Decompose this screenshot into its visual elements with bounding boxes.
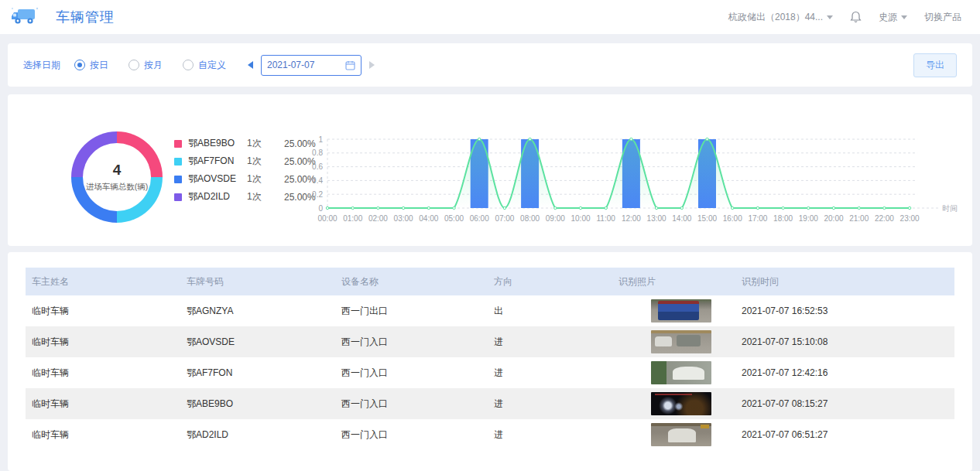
svg-text:0: 0 <box>318 204 323 213</box>
time-cell: 2021-07-07 15:10:08 <box>735 326 954 357</box>
svg-text:14:00: 14:00 <box>672 214 691 223</box>
direction-cell: 进 <box>488 326 612 357</box>
notification-bell[interactable] <box>850 11 862 23</box>
legend-count: 1次 <box>247 137 284 150</box>
svg-text:13:00: 13:00 <box>647 214 666 223</box>
svg-text:时间: 时间 <box>942 204 958 213</box>
plate-cell: 鄂ABE9BO <box>180 388 335 419</box>
radio-label: 自定义 <box>198 59 226 72</box>
svg-text:01:00: 01:00 <box>343 214 362 223</box>
svg-text:1: 1 <box>318 135 323 144</box>
column-header: 车牌号码 <box>180 268 335 295</box>
switch-product-link[interactable]: 切换产品 <box>924 11 961 24</box>
time-cell: 2021-07-07 08:15:27 <box>735 388 954 419</box>
calendar-icon <box>345 60 355 70</box>
svg-text:10:00: 10:00 <box>571 214 590 223</box>
legend-plate: 鄂ABE9BO <box>188 137 247 150</box>
radio-icon <box>74 60 85 70</box>
device-cell: 西一门入口 <box>335 357 488 388</box>
plate-cell: 鄂AGNZYA <box>180 295 335 326</box>
radio-label: 按日 <box>90 59 108 72</box>
column-header: 车主姓名 <box>26 268 180 295</box>
project-selector[interactable]: 杭政储出（2018）44... <box>728 11 833 24</box>
device-cell: 西一门出口 <box>335 295 488 326</box>
donut-chart: 4 进场车辆总数(辆) <box>71 131 163 223</box>
app-header: 车辆管理 杭政储出（2018）44... 史源 切换产品 <box>0 0 980 34</box>
device-cell: 西一门入口 <box>335 388 488 419</box>
table-row: 临时车辆鄂AOVSDE西一门入口进2021-07-07 15:10:08 <box>26 326 954 357</box>
user-menu[interactable]: 史源 <box>879 11 907 24</box>
vehicle-photo[interactable] <box>651 299 711 323</box>
chevron-down-icon <box>827 15 833 19</box>
time-cell: 2021-07-07 06:51:27 <box>735 419 954 450</box>
date-filter-label: 选择日期 <box>23 59 60 72</box>
owner-cell: 临时车辆 <box>26 357 180 388</box>
svg-text:15:00: 15:00 <box>697 214 717 223</box>
legend-count: 1次 <box>247 190 284 203</box>
project-selector-label: 杭政储出（2018）44... <box>728 11 823 24</box>
table-row: 临时车辆鄂AD2ILD西一门入口进2021-07-07 06:51:27 <box>26 419 954 450</box>
svg-text:02:00: 02:00 <box>368 214 388 223</box>
date-mode-radio[interactable]: 自定义 <box>183 59 226 72</box>
date-picker-input[interactable]: 2021-07-07 <box>261 55 362 76</box>
svg-text:11:00: 11:00 <box>597 214 616 223</box>
svg-text:20:00: 20:00 <box>824 214 843 223</box>
vehicle-photo[interactable] <box>651 392 711 415</box>
time-cell: 2021-07-07 12:42:16 <box>735 357 954 388</box>
page-title: 车辆管理 <box>56 8 115 26</box>
owner-cell: 临时车辆 <box>26 419 180 450</box>
direction-cell: 进 <box>488 388 612 419</box>
vehicle-photo[interactable] <box>651 361 711 384</box>
filter-bar: 选择日期 按日按月自定义 2021-07-07 导出 <box>8 43 972 87</box>
device-cell: 西一门入口 <box>335 326 488 357</box>
next-date-arrow[interactable] <box>369 61 375 69</box>
svg-text:06:00: 06:00 <box>470 214 489 223</box>
vehicle-photo[interactable] <box>651 423 711 446</box>
date-mode-radio[interactable]: 按月 <box>128 59 163 72</box>
svg-text:0.2: 0.2 <box>312 190 323 199</box>
plate-cell: 鄂AD2ILD <box>180 419 335 450</box>
date-mode-group: 按日按月自定义 <box>74 59 226 72</box>
svg-text:08:00: 08:00 <box>520 214 540 223</box>
truck-logo-icon <box>11 5 42 29</box>
svg-text:04:00: 04:00 <box>419 214 438 223</box>
svg-text:17:00: 17:00 <box>748 214 767 223</box>
svg-text:21:00: 21:00 <box>849 214 869 223</box>
svg-text:0.8: 0.8 <box>312 148 323 157</box>
radio-icon <box>128 60 139 70</box>
legend-swatch <box>174 176 182 183</box>
svg-text:12:00: 12:00 <box>622 214 641 223</box>
svg-text:07:00: 07:00 <box>495 214 514 223</box>
svg-text:09:00: 09:00 <box>546 214 565 223</box>
column-header: 设备名称 <box>335 268 488 295</box>
table-row: 临时车辆鄂AF7FON西一门入口进2021-07-07 12:42:16 <box>26 357 954 388</box>
table-row: 临时车辆鄂ABE9BO西一门入口进2021-07-07 08:15:27 <box>26 388 954 419</box>
chevron-down-icon <box>901 15 907 19</box>
vehicle-photo[interactable] <box>651 330 711 353</box>
column-header: 识别时间 <box>735 268 954 295</box>
svg-text:05:00: 05:00 <box>444 214 464 223</box>
direction-cell: 出 <box>488 295 612 326</box>
legend-count: 1次 <box>247 155 284 168</box>
table-header-row: 车主姓名车牌号码设备名称方向识别照片识别时间 <box>26 268 954 295</box>
svg-text:0.6: 0.6 <box>312 162 323 171</box>
svg-text:00:00: 00:00 <box>317 214 337 223</box>
svg-text:03:00: 03:00 <box>394 214 413 223</box>
table-body: 临时车辆鄂AGNZYA西一门出口出2021-07-07 16:52:53临时车辆… <box>26 295 954 450</box>
owner-cell: 临时车辆 <box>26 295 180 326</box>
export-button[interactable]: 导出 <box>913 53 957 77</box>
plate-cell: 鄂AOVSDE <box>180 326 335 357</box>
direction-cell: 进 <box>488 419 612 450</box>
device-cell: 西一门入口 <box>335 419 488 450</box>
legend-swatch <box>174 193 182 201</box>
direction-cell: 进 <box>488 357 612 388</box>
date-mode-radio[interactable]: 按日 <box>74 59 108 72</box>
records-table-panel: 车主姓名车牌号码设备名称方向识别照片识别时间 临时车辆鄂AGNZYA西一门出口出… <box>8 252 972 471</box>
bell-icon <box>850 11 862 23</box>
owner-cell: 临时车辆 <box>26 388 180 419</box>
prev-date-arrow[interactable] <box>248 61 253 69</box>
donut-total: 4 <box>113 162 122 179</box>
svg-text:22:00: 22:00 <box>875 214 894 223</box>
legend-plate: 鄂AD2ILD <box>188 190 247 203</box>
plate-cell: 鄂AF7FON <box>180 357 335 388</box>
